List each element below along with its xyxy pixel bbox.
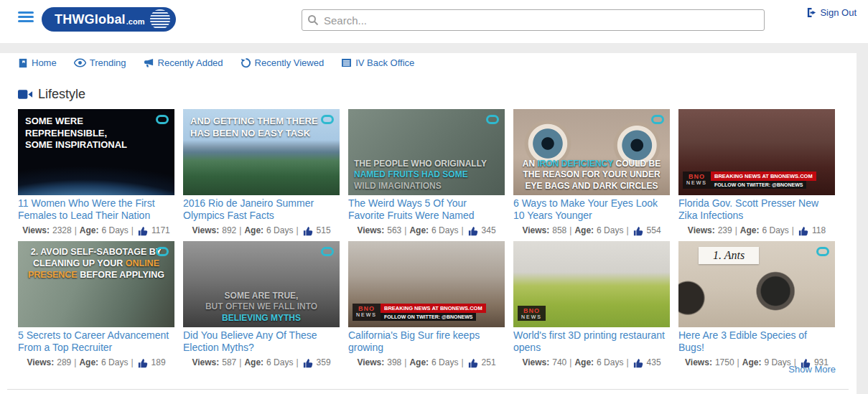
logo-brand-text: THWGlobal xyxy=(55,12,126,27)
views-value: 858 xyxy=(552,225,566,235)
nav-item-iv-back-office[interactable]: IV Back Office xyxy=(341,57,414,68)
nav-item-trending[interactable]: Trending xyxy=(74,57,126,68)
likes-value: 435 xyxy=(647,357,661,367)
views-value: 398 xyxy=(387,357,401,367)
thumbs-up-icon[interactable] xyxy=(798,226,808,236)
thumbs-up-icon[interactable] xyxy=(468,226,478,236)
age-label: Age: xyxy=(79,357,98,367)
views-label: Views: xyxy=(27,357,54,367)
section-header: Lifestyle xyxy=(18,87,85,102)
player-logo-icon xyxy=(156,115,169,124)
thumbs-up-icon[interactable] xyxy=(468,358,478,368)
age-value: 6 Days xyxy=(266,225,293,235)
video-stats: Views: 398 | Age: 6 Days | 251 xyxy=(348,357,505,367)
video-card: BNO NEWS World's first 3D printing resta… xyxy=(513,241,670,367)
age-value: 6 Days xyxy=(431,225,458,235)
views-value: 289 xyxy=(57,357,71,367)
video-title-link[interactable]: Florida Gov. Scott Presser New Zika Infe… xyxy=(678,197,835,222)
show-more-link[interactable]: Show More xyxy=(788,364,836,375)
video-thumbnail[interactable]: BNO NEWS BREAKING NEWS AT BNONEWS.COM FO… xyxy=(678,109,835,195)
age-label: Age: xyxy=(80,225,99,235)
player-logo-icon xyxy=(486,115,499,124)
player-logo-icon xyxy=(156,247,169,256)
age-label: Age: xyxy=(409,225,429,235)
likes-value: 189 xyxy=(151,357,166,367)
thumbs-up-icon[interactable] xyxy=(633,226,643,236)
megaphone-icon xyxy=(144,58,154,68)
hamburger-menu-icon[interactable] xyxy=(18,11,34,24)
likes-value: 345 xyxy=(482,225,496,235)
age-value: 6 Days xyxy=(597,225,623,235)
video-thumbnail[interactable]: BNO NEWS xyxy=(513,241,670,327)
video-title-link[interactable]: 5 Secrets to Career Advancement From a T… xyxy=(18,329,174,355)
video-card: AN IRON DEFICIENCY COULD BETHE REASON FO… xyxy=(513,109,670,235)
page-title: Lifestyle xyxy=(38,87,85,102)
video-thumbnail[interactable]: SOME WEREREPREHENSIBLE,SOME INSPIRATIONA… xyxy=(18,109,174,195)
thumbs-up-icon[interactable] xyxy=(633,358,643,368)
views-value: 892 xyxy=(222,225,236,235)
video-title-link[interactable]: World's first 3D printing restaurant ope… xyxy=(513,329,670,355)
views-value: 740 xyxy=(552,357,566,367)
thumbs-up-icon[interactable] xyxy=(303,358,313,368)
video-thumbnail[interactable]: 2. AVOID SELF-SABOTAGE BYCLEANING UP YOU… xyxy=(18,241,174,327)
logo-tld-text: .com xyxy=(126,17,145,26)
page: THWGlobal .com Sign Out H xyxy=(0,0,868,394)
thumbnail-caption: AN IRON DEFICIENCY COULD BETHE REASON FO… xyxy=(515,159,668,192)
video-stats: Views: 858 | Age: 6 Days | 554 xyxy=(513,225,670,235)
age-label: Age: xyxy=(244,225,263,235)
video-thumbnail[interactable]: BNO NEWS BREAKING NEWS AT BNONEWS.COM FO… xyxy=(348,241,505,327)
views-value: 239 xyxy=(718,225,732,235)
bno-news-logo: BNO NEWS xyxy=(518,306,546,321)
home-icon xyxy=(18,58,28,68)
video-card: 2. AVOID SELF-SABOTAGE BYCLEANING UP YOU… xyxy=(18,241,174,367)
video-title-link[interactable]: 6 Ways to Make Your Eyes Look 10 Years Y… xyxy=(513,197,670,222)
thumbs-up-icon[interactable] xyxy=(138,226,148,236)
video-thumbnail[interactable]: 1. Ants xyxy=(678,241,835,327)
nav-item-recently-viewed[interactable]: Recently Viewed xyxy=(241,57,325,68)
video-title-link[interactable]: Did You Believe Any Of These Election My… xyxy=(183,329,340,355)
video-title-link[interactable]: The Weird Ways 5 Of Your Favorite Fruits… xyxy=(348,197,505,222)
thumbs-up-icon[interactable] xyxy=(138,358,148,368)
nav-item-recently-added[interactable]: Recently Added xyxy=(144,57,223,68)
video-title-link[interactable]: California's Big Sur fire keeps growing xyxy=(348,329,505,355)
site-logo[interactable]: THWGlobal .com xyxy=(42,7,176,32)
video-thumbnail[interactable]: AND GETTING THEM THEREHAS BEEN NO EASY T… xyxy=(183,109,340,195)
video-card: SOME WEREREPREHENSIBLE,SOME INSPIRATIONA… xyxy=(18,109,174,235)
views-label: Views: xyxy=(688,225,715,235)
sign-out-button[interactable]: Sign Out xyxy=(806,7,857,18)
age-value: 6 Days xyxy=(431,357,458,367)
search-input[interactable] xyxy=(302,9,765,31)
history-icon xyxy=(241,57,251,68)
twitter-strip: FOLLOW ON TWITTER: @BNONEWS xyxy=(711,181,806,189)
views-value: 2328 xyxy=(52,225,72,235)
eye-icon xyxy=(74,58,86,67)
page-right-margin xyxy=(857,53,868,394)
age-label: Age: xyxy=(574,357,594,367)
video-title-link[interactable]: 11 Women Who Were the First Females to L… xyxy=(18,197,174,222)
thumbnail-caption: SOME ARE TRUE,BUT OFTEN WE FALL INTOBELI… xyxy=(185,291,337,324)
main-nav: Home Trending Recently Added Recently Vi… xyxy=(18,57,414,68)
video-card: SOME ARE TRUE,BUT OFTEN WE FALL INTOBELI… xyxy=(183,241,340,367)
age-value: 6 Days xyxy=(101,357,128,367)
news-banners: BNO NEWS BREAKING NEWS AT BNONEWS.COM FO… xyxy=(353,304,486,321)
breaking-news-strip: BREAKING NEWS AT BNONEWS.COM xyxy=(381,304,486,313)
video-card: 1. Ants Here Are 3 Edible Species of Bug… xyxy=(678,241,835,367)
video-title-link[interactable]: Here Are 3 Edible Species of Bugs! xyxy=(678,329,835,355)
video-thumbnail[interactable]: AN IRON DEFICIENCY COULD BETHE REASON FO… xyxy=(513,109,670,195)
video-card: BNO NEWS BREAKING NEWS AT BNONEWS.COM FO… xyxy=(678,109,835,235)
sign-out-icon xyxy=(806,7,817,18)
likes-value: 515 xyxy=(317,225,331,235)
thumbnail-caption: THE PEOPLE WHO ORIGINALLYNAMED FRUITS HA… xyxy=(354,159,500,192)
sign-out-label: Sign Out xyxy=(820,7,857,18)
age-value: 9 Days xyxy=(764,357,790,367)
thumbs-up-icon[interactable] xyxy=(303,226,313,236)
views-label: Views: xyxy=(357,225,384,235)
video-thumbnail[interactable]: SOME ARE TRUE,BUT OFTEN WE FALL INTOBELI… xyxy=(183,241,340,327)
video-stats: Views: 740 | Age: 6 Days | 435 xyxy=(513,357,670,367)
video-grid: SOME WEREREPREHENSIBLE,SOME INSPIRATIONA… xyxy=(18,109,835,367)
video-thumbnail[interactable]: THE PEOPLE WHO ORIGINALLYNAMED FRUITS HA… xyxy=(348,109,505,195)
age-label: Age: xyxy=(244,357,263,367)
nav-item-home[interactable]: Home xyxy=(18,57,57,68)
bottom-divider xyxy=(7,389,849,390)
video-title-link[interactable]: 2016 Rio de Janeiro Summer Olympics Fast… xyxy=(183,197,340,222)
